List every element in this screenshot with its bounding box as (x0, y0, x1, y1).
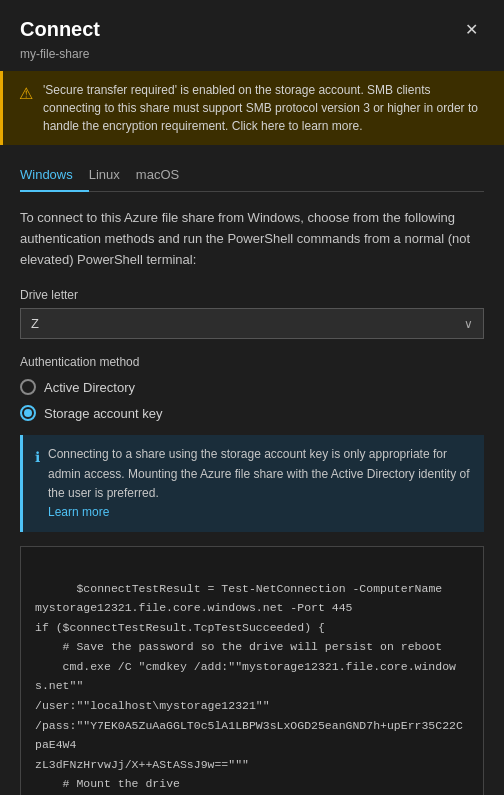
tab-windows[interactable]: Windows (20, 159, 89, 192)
radio-circle-key (20, 405, 36, 421)
info-box: ℹ Connecting to a share using the storag… (20, 435, 484, 532)
chevron-down-icon: ∨ (464, 317, 473, 331)
auth-radio-group: Active Directory Storage account key (20, 379, 484, 421)
info-text-content: Connecting to a share using the storage … (48, 447, 470, 499)
drive-letter-value: Z (31, 316, 39, 331)
warning-icon: ⚠ (19, 82, 33, 135)
radio-label-key: Storage account key (44, 406, 163, 421)
dialog-title: Connect (20, 18, 100, 41)
drive-letter-dropdown[interactable]: Z ∨ (20, 308, 484, 339)
warning-text: 'Secure transfer required' is enabled on… (43, 81, 484, 135)
drive-letter-label: Drive letter (20, 288, 484, 302)
radio-dot-key (24, 409, 32, 417)
auth-method-label: Authentication method (20, 355, 484, 369)
code-block: $connectTestResult = Test-NetConnection … (20, 546, 484, 795)
close-button[interactable]: ✕ (459, 16, 484, 43)
learn-more-link[interactable]: Learn more (48, 505, 109, 519)
tab-macos[interactable]: macOS (136, 159, 195, 192)
tabs-container: Windows Linux macOS (20, 159, 484, 192)
radio-circle-ad (20, 379, 36, 395)
radio-label-ad: Active Directory (44, 380, 135, 395)
info-text: Connecting to a share using the storage … (48, 445, 472, 522)
radio-storage-key[interactable]: Storage account key (20, 405, 484, 421)
title-bar: Connect ✕ (0, 0, 504, 47)
tab-linux[interactable]: Linux (89, 159, 136, 192)
main-content: Windows Linux macOS To connect to this A… (0, 145, 504, 795)
info-icon: ℹ (35, 446, 40, 522)
warning-banner: ⚠ 'Secure transfer required' is enabled … (0, 71, 504, 145)
description-text: To connect to this Azure file share from… (20, 208, 484, 270)
dialog-subtitle: my-file-share (0, 47, 504, 71)
radio-active-directory[interactable]: Active Directory (20, 379, 484, 395)
code-content: $connectTestResult = Test-NetConnection … (35, 582, 470, 795)
connect-dialog: Connect ✕ my-file-share ⚠ 'Secure transf… (0, 0, 504, 795)
